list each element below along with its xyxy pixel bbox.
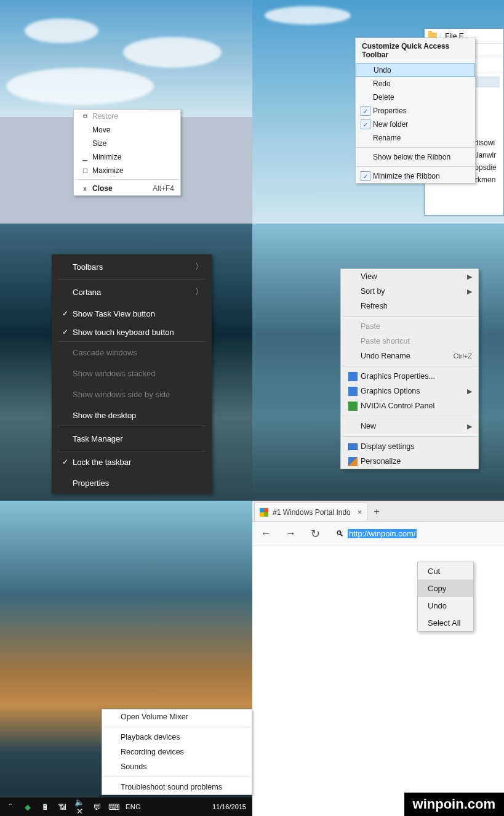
menu-label: Show windows stacked [73, 369, 203, 378]
menu-item-graphicsopts[interactable]: Graphics Options ▶ [341, 384, 478, 398]
menu-label: New folder [373, 120, 408, 129]
search-icon: 🔍︎ [336, 529, 344, 538]
menu-item-close[interactable]: x Close Alt+F4 [74, 182, 180, 195]
menu-item-stacked: Show windows stacked [52, 363, 212, 384]
back-icon[interactable]: ← [258, 527, 273, 540]
menu-label: Size [92, 139, 174, 148]
menu-label: Close [92, 184, 138, 193]
taskbar-context-menu: Toolbars 〉 Cortana 〉 ✓ Show Task View bu… [52, 254, 212, 493]
menu-label: Undo [374, 66, 391, 75]
menu-item-graphicsprops[interactable]: Graphics Properties... [341, 369, 478, 384]
chevron-right-icon: 〉 [195, 261, 203, 272]
menu-item-playback[interactable]: Playback devices [102, 730, 252, 745]
intel-graphics-icon [345, 387, 361, 396]
menu-item-view[interactable]: View ▶ [341, 269, 478, 284]
menu-item-selectall[interactable]: Select All [418, 614, 473, 631]
menu-item-size[interactable]: Size [74, 137, 180, 150]
tray-app-icon[interactable]: ◆ [22, 802, 33, 812]
panel-6-bg [252, 501, 504, 816]
menu-item-maximize[interactable]: ☐ Maximize [74, 164, 180, 177]
menu-label: Show Task View button [73, 309, 203, 318]
menu-item-undo[interactable]: Undo [418, 597, 473, 614]
menu-item-copy[interactable]: Copy [418, 580, 473, 597]
check-icon: ✓ [58, 458, 73, 466]
qat-item-undo[interactable]: Undo [356, 63, 475, 77]
refresh-icon[interactable]: ↻ [308, 527, 322, 541]
menu-shortcut: Alt+F4 [138, 184, 174, 193]
chevron-right-icon: ▶ [467, 422, 472, 430]
menu-item-cascade: Cascade windows [52, 342, 212, 363]
menu-item-restore[interactable]: ⧉ Restore [74, 110, 180, 123]
qat-item-redo[interactable]: Redo [356, 77, 475, 91]
menu-label: Show touch keyboard button [73, 328, 203, 337]
menu-item-showdesktop[interactable]: Show the desktop [52, 405, 212, 426]
menu-item-cortana[interactable]: Cortana 〉 [52, 280, 212, 304]
tray-clock[interactable]: 11/16/2015 [212, 803, 247, 810]
menu-label: Copy [428, 584, 446, 593]
wifi-icon[interactable]: 📶︎ [57, 802, 68, 812]
quick-access-toolbar-menu: Customize Quick Access Toolbar Undo Redo… [355, 38, 476, 184]
menu-label: Display settings [361, 442, 472, 451]
watermark: winpoin.com [404, 793, 504, 816]
menu-item-refresh[interactable]: Refresh [341, 299, 478, 313]
menu-label: Sounds [121, 762, 146, 771]
menu-item-sounds[interactable]: Sounds [102, 759, 252, 774]
menu-item-mixer[interactable]: Open Volume Mixer [102, 709, 252, 724]
browser-tab[interactable]: #1 Windows Portal Indo × [254, 503, 367, 521]
forward-icon[interactable]: → [283, 527, 298, 540]
address-bar[interactable]: 🔍︎ http://winpoin.com/ [332, 526, 498, 542]
menu-label: New [361, 422, 467, 430]
volume-icon[interactable]: 🔈✕ [74, 798, 85, 816]
tab-title: #1 Windows Portal Indo [273, 508, 351, 517]
new-tab-button[interactable]: + [367, 503, 386, 521]
menu-item-taskmgr[interactable]: Task Manager [52, 426, 212, 451]
menu-item-showtaskview[interactable]: ✓ Show Task View button [52, 304, 212, 323]
chevron-right-icon: ▶ [467, 288, 472, 296]
menu-item-sidebyside: Show windows side by side [52, 384, 212, 405]
action-center-icon[interactable]: 💬︎ [91, 802, 102, 812]
menu-item-lock[interactable]: ✓ Lock the taskbar [52, 451, 212, 472]
menu-label: Graphics Options [361, 387, 467, 395]
menu-item-sortby[interactable]: Sort by ▶ [341, 284, 478, 299]
menu-item-showtouchkb[interactable]: ✓ Show touch keyboard button [52, 323, 212, 341]
menu-item-cut[interactable]: Cut [418, 562, 473, 580]
menu-separator [342, 316, 477, 317]
qat-item-properties[interactable]: ✓ Properties [356, 104, 475, 118]
menu-item-move[interactable]: Move [74, 123, 180, 137]
menu-item-nvidia[interactable]: NVIDIA Control Panel [341, 398, 478, 413]
qat-item-newfolder[interactable]: ✓ New folder [356, 118, 475, 131]
qat-item-rename[interactable]: Rename [356, 131, 475, 145]
menu-item-troubleshoot[interactable]: Troubleshoot sound problems [102, 780, 252, 794]
chevron-right-icon: ▶ [467, 387, 472, 395]
menu-item-personalize[interactable]: Personalize [341, 454, 478, 469]
menu-separator [342, 366, 477, 366]
keyboard-icon[interactable]: ⌨ [108, 802, 119, 812]
nvidia-icon [345, 402, 361, 411]
checkbox-checked-icon: ✓ [358, 119, 373, 129]
menu-label: Playback devices [121, 733, 180, 741]
menu-item-recording[interactable]: Recording devices [102, 745, 252, 759]
menu-label: Undo [428, 601, 447, 610]
menu-label: Show windows side by side [73, 390, 203, 399]
intel-graphics-icon [345, 372, 361, 381]
checkbox-checked-icon: ✓ [358, 106, 373, 116]
menu-item-properties[interactable]: Properties [52, 472, 212, 493]
browser-toolbar: ← → ↻ 🔍︎ http://winpoin.com/ [252, 522, 504, 546]
restore-icon: ⧉ [78, 113, 92, 120]
qat-item-delete[interactable]: Delete [356, 91, 475, 104]
battery-icon[interactable]: 🔋︎ [39, 802, 50, 812]
menu-item-display[interactable]: Display settings [341, 439, 478, 454]
tray-overflow-icon[interactable]: ˆ [5, 802, 16, 812]
menu-item-minimize[interactable]: ▁ Minimize [74, 150, 180, 164]
menu-label: Show the desktop [73, 411, 203, 420]
qat-item-minimizeribbon[interactable]: ✓ Minimize the Ribbon [356, 169, 475, 183]
language-indicator[interactable]: ENG [126, 803, 141, 810]
close-tab-icon[interactable]: × [355, 507, 362, 517]
menu-item-toolbars[interactable]: Toolbars 〉 [52, 254, 212, 279]
menu-item-new[interactable]: New ▶ [341, 419, 478, 434]
qat-item-showbelow[interactable]: Show below the Ribbon [356, 150, 475, 164]
menu-label: Minimize [92, 153, 174, 161]
display-icon [345, 443, 361, 450]
menu-item-undorename[interactable]: Undo Rename Ctrl+Z [341, 349, 478, 363]
menu-label: Paste shortcut [361, 337, 472, 345]
